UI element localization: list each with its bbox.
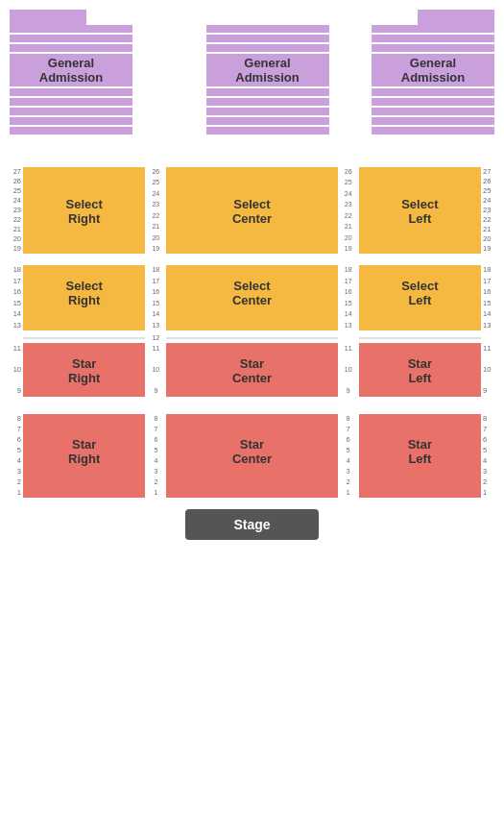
ga-right[interactable]: GeneralAdmission	[372, 10, 494, 136]
venue-map: GeneralAdmission GeneralAdmission	[0, 0, 504, 559]
star-left-top-label: StarLeft	[408, 356, 432, 385]
select-left-bottom-label: SelectLeft	[401, 279, 438, 307]
star-right-bottom[interactable]: StarRight	[23, 414, 145, 498]
star-right-bottom-label: StarRight	[68, 437, 100, 466]
select-right-top-label: SelectRight	[66, 197, 103, 226]
stage-area: Stage	[8, 509, 496, 540]
ga-center-label: GeneralAdmission	[235, 56, 299, 85]
gap-center-1: 26 25 24 23 22 21 20 19	[145, 167, 166, 254]
star-center-top-label: StarCenter	[232, 356, 272, 385]
select-right-bottom[interactable]: SelectRight	[23, 265, 145, 330]
star-center-bottom-label: StarCenter	[232, 437, 272, 466]
ga-left[interactable]: GeneralAdmission	[10, 10, 132, 136]
select-top-group: 27 26 25 24 23 22 21 20 19 SelectRight	[8, 167, 496, 254]
row-nums-right-4: 8 7 6 5 4 3 2 1	[481, 414, 496, 498]
stage: Stage	[185, 509, 318, 540]
ga-center[interactable]: GeneralAdmission	[206, 10, 329, 136]
row-nums-left-2: 18 17 16 15 14 13	[8, 265, 23, 330]
row-nums-left-4: 8 7 6 5 4 3 2 1	[8, 414, 23, 498]
row-nums-right-2: 18 17 16 15 14 13	[481, 265, 496, 330]
map-container: GeneralAdmission GeneralAdmission	[8, 10, 496, 540]
ga-right-label: GeneralAdmission	[401, 56, 465, 85]
star-center-bottom[interactable]: StarCenter	[166, 414, 337, 498]
row-nums-left-3: 11 10 9	[8, 343, 23, 397]
star-left-bottom[interactable]: StarLeft	[359, 414, 481, 498]
select-left-top[interactable]: SelectLeft	[359, 167, 481, 254]
stage-label: Stage	[233, 517, 270, 532]
select-center-bottom[interactable]: SelectCenter	[166, 265, 337, 330]
row-nums-right-3: 11 10 9	[481, 343, 496, 397]
select-center-top-label: SelectCenter	[232, 197, 272, 226]
gap-right-1: 26 25 24 23 22 21 20 19	[338, 167, 359, 254]
select-left-bottom[interactable]: SelectLeft	[359, 265, 481, 330]
gap-center-4: 8 7 6 5 4 3 2 1	[145, 414, 166, 498]
gap-center-2: 18 17 16 15 14 13	[145, 265, 166, 330]
gap-right-3: 11 10 9	[338, 343, 359, 397]
star-left-top[interactable]: StarLeft	[359, 343, 481, 397]
gap-center-3: 11 10 9	[145, 343, 166, 397]
row-nums-right-1: 27 26 25 24 23 22 21 20 19	[481, 167, 496, 254]
gap-right-2: 18 17 16 15 14 13	[338, 265, 359, 330]
select-right-top[interactable]: SelectRight	[23, 167, 145, 254]
select-left-top-label: SelectLeft	[401, 197, 438, 226]
ga-sections-row: GeneralAdmission GeneralAdmission	[8, 10, 496, 136]
star-right-top[interactable]: StarRight	[23, 343, 145, 397]
select-bottom-group: 18 17 16 15 14 13 SelectRight 18 17 16 1…	[8, 265, 496, 330]
star-center-top[interactable]: StarCenter	[166, 343, 337, 397]
star-right-top-label: StarRight	[68, 356, 100, 385]
gap-right-4: 8 7 6 5 4 3 2 1	[338, 414, 359, 498]
select-right-bottom-label: SelectRight	[66, 279, 103, 307]
star-bottom-group: 8 7 6 5 4 3 2 1 StarRight 8	[8, 414, 496, 498]
select-center-bottom-label: SelectCenter	[232, 279, 272, 307]
star-top-group: 11 10 9 StarRight 11 10 9 StarCenter	[8, 343, 496, 397]
select-center-top[interactable]: SelectCenter	[166, 167, 337, 254]
star-left-bottom-label: StarLeft	[408, 437, 432, 466]
ga-left-label: GeneralAdmission	[39, 56, 103, 85]
row12-divider: 12	[8, 334, 496, 341]
row-nums-left-1: 27 26 25 24 23 22 21 20 19	[8, 167, 23, 254]
